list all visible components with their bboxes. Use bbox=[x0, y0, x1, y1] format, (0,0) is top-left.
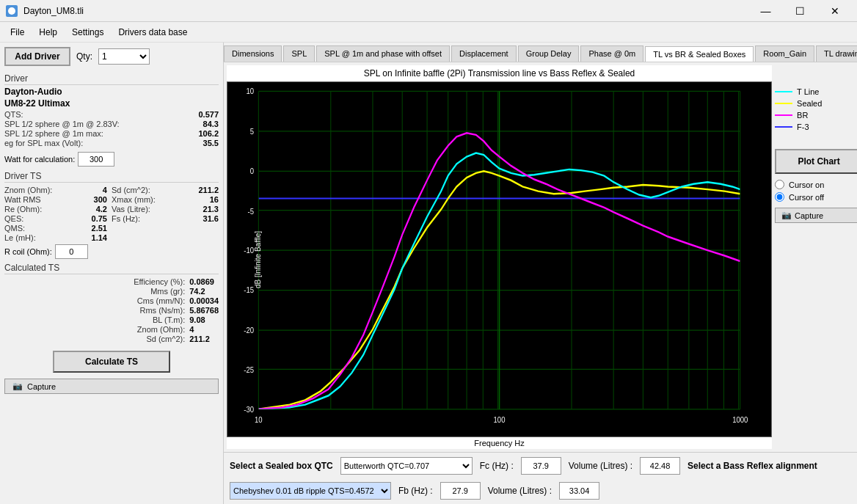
tab-room-gain[interactable]: Room_Gain bbox=[755, 45, 814, 62]
fb-label: Fb (Hz) : bbox=[398, 486, 433, 496]
title-bar-text: Dayton_UM8.tli bbox=[23, 6, 84, 16]
menu-bar: File Help Settings Drivers data base bbox=[0, 22, 857, 43]
calc-ts-section-title: Calculated TS bbox=[4, 263, 219, 274]
tab-spl-phase[interactable]: SPL @ 1m and phase with offset bbox=[316, 45, 450, 62]
driver-name-line2: UM8-22 Ultimax bbox=[4, 98, 219, 109]
fc-input[interactable] bbox=[521, 457, 561, 475]
mms-label: Mms (gr): bbox=[4, 287, 185, 296]
znom-label: Znom (Ohm): bbox=[4, 186, 87, 194]
calc-ts-grid: Efficiency (%): 0.0869 Mms (gr): 74.2 Cm… bbox=[4, 277, 219, 343]
volume-br-label: Volume (Litres) : bbox=[488, 486, 552, 496]
spl2-label: SPL 1/2 sphere @ 1m max: bbox=[4, 129, 192, 138]
tabs-row: Dimensions SPL SPL @ 1m and phase with o… bbox=[224, 43, 857, 62]
camera-icon-left: 📷 bbox=[12, 381, 23, 391]
cms-label: Cms (mm/N): bbox=[4, 296, 185, 305]
znom-calc-value: 4 bbox=[189, 325, 219, 334]
cms-value: 0.00034 bbox=[189, 296, 219, 305]
tab-spl[interactable]: SPL bbox=[283, 45, 315, 62]
capture-button-left[interactable]: 📷 Capture bbox=[4, 379, 219, 394]
cursor-on-radio-label[interactable]: Cursor on bbox=[775, 180, 857, 189]
cursor-off-radio-label[interactable]: Cursor off bbox=[775, 192, 857, 202]
cursor-on-radio[interactable] bbox=[775, 180, 784, 189]
tab-phase[interactable]: Phase @ 0m bbox=[580, 45, 643, 62]
qts-label: QTS: bbox=[4, 110, 192, 119]
menu-file[interactable]: File bbox=[3, 24, 32, 40]
spl-volt-value: 35.5 bbox=[198, 139, 219, 147]
capture-button-right[interactable]: 📷 Capture bbox=[775, 208, 857, 223]
br-legend-label: BR bbox=[797, 111, 808, 120]
tab-displacement[interactable]: Displacement bbox=[451, 45, 517, 62]
qms-value: 2.51 bbox=[92, 224, 107, 233]
watt-row: Watt for calculation: bbox=[4, 152, 219, 167]
svg-text:-20: -20 bbox=[244, 326, 254, 335]
fc-label: Fc (Hz) : bbox=[480, 461, 514, 471]
chart-svg: 10 5 0 -5 -10 -15 -20 -25 -30 bbox=[227, 82, 771, 437]
chart-section: SPL on Infinite baffle (2Pi) Transmissio… bbox=[224, 62, 857, 452]
svg-text:0: 0 bbox=[250, 167, 255, 175]
tline-legend-line bbox=[775, 91, 792, 92]
tab-tl-br-sealed[interactable]: TL vs BR & Sealed Boxes bbox=[645, 46, 754, 62]
qty-select[interactable]: 1234 bbox=[98, 48, 150, 65]
menu-help[interactable]: Help bbox=[32, 24, 65, 40]
svg-text:-15: -15 bbox=[244, 286, 254, 295]
app-icon bbox=[6, 5, 18, 17]
capture-label-right: Capture bbox=[795, 211, 823, 220]
title-bar-controls: — ☐ ✕ bbox=[749, 0, 851, 22]
f3-legend-label: F-3 bbox=[797, 123, 809, 131]
sealed-box-select[interactable]: Butterworth QTC=0.707 bbox=[340, 457, 473, 475]
main-layout: Add Driver Qty: 1234 Driver Dayton-Audio… bbox=[0, 43, 857, 504]
rcoil-input[interactable] bbox=[55, 244, 88, 259]
add-driver-row: Add Driver Qty: 1234 bbox=[4, 47, 219, 66]
spl1-value: 84.3 bbox=[198, 120, 219, 128]
eff-label: Efficiency (%): bbox=[4, 277, 185, 286]
tab-tl-drawing[interactable]: TL drawing bbox=[816, 45, 857, 62]
rcoil-label: R coil (Ohm): bbox=[4, 247, 52, 256]
bass-reflex-label: Select a Bass Reflex alignment bbox=[688, 461, 817, 471]
bass-reflex-select[interactable]: Chebyshev 0.01 dB ripple QTS=0.4572 bbox=[230, 482, 391, 500]
cursor-off-radio[interactable] bbox=[775, 192, 784, 202]
znom-value: 4 bbox=[92, 186, 107, 194]
chart-area[interactable]: 10 5 0 -5 -10 -15 -20 -25 -30 bbox=[227, 81, 772, 437]
rcoil-row: R coil (Ohm): bbox=[4, 244, 219, 259]
volume-br-input[interactable] bbox=[559, 482, 599, 500]
svg-text:-30: -30 bbox=[244, 405, 254, 414]
qms-label: QMS: bbox=[4, 224, 87, 233]
qty-label: Qty: bbox=[76, 51, 92, 62]
menu-drivers-database[interactable]: Drivers data base bbox=[111, 24, 194, 40]
menu-settings[interactable]: Settings bbox=[65, 24, 111, 40]
rms-label: Rms (Ns/m): bbox=[4, 306, 185, 315]
xmax-label: Xmax (mm): bbox=[112, 195, 194, 204]
le-label: Le (mH): bbox=[4, 233, 87, 242]
vas-value: 21.3 bbox=[198, 205, 219, 213]
qts-value: 0.577 bbox=[198, 110, 219, 119]
title-bar-left: Dayton_UM8.tli bbox=[6, 5, 84, 17]
maximize-button[interactable]: ☐ bbox=[784, 0, 817, 22]
watt-rms-label: Watt RMS bbox=[4, 195, 87, 204]
plot-chart-button[interactable]: Plot Chart bbox=[775, 149, 857, 174]
sealed-legend-label: Sealed bbox=[797, 99, 822, 108]
minimize-button[interactable]: — bbox=[749, 0, 782, 22]
bottom-bar: Select a Sealed box QTC Butterworth QTC=… bbox=[224, 452, 857, 504]
chart-container: SPL on Infinite baffle (2Pi) Transmissio… bbox=[227, 65, 772, 449]
add-driver-button[interactable]: Add Driver bbox=[4, 47, 70, 66]
eff-value: 0.0869 bbox=[189, 277, 219, 286]
f3-legend-line bbox=[775, 126, 792, 128]
svg-text:-5: -5 bbox=[248, 207, 255, 216]
driver-info-grid: QTS: 0.577 SPL 1/2 sphere @ 1m @ 2.83V: … bbox=[4, 110, 219, 147]
tab-group-delay[interactable]: Group Delay bbox=[518, 45, 580, 62]
volume-input[interactable] bbox=[640, 457, 680, 475]
chart-xlabel: Frequency Hz bbox=[227, 437, 772, 449]
calculate-ts-button[interactable]: Calculate TS bbox=[53, 351, 170, 373]
tab-dimensions[interactable]: Dimensions bbox=[224, 45, 282, 62]
close-button[interactable]: ✕ bbox=[818, 0, 851, 22]
right-panel: Dimensions SPL SPL @ 1m and phase with o… bbox=[224, 43, 857, 504]
watt-input[interactable] bbox=[78, 152, 114, 167]
chart-controls: Plot Chart Cursor on Cursor off bbox=[775, 149, 857, 223]
fb-input[interactable] bbox=[440, 482, 481, 500]
svg-text:10: 10 bbox=[255, 416, 263, 425]
legend-f3: F-3 bbox=[775, 123, 809, 131]
legend-br: BR bbox=[775, 111, 808, 120]
watt-label: Watt for calculation: bbox=[4, 155, 75, 164]
sd-calc-label: Sd (cm^2): bbox=[4, 335, 185, 343]
vas-label: Vas (Litre): bbox=[112, 205, 194, 213]
